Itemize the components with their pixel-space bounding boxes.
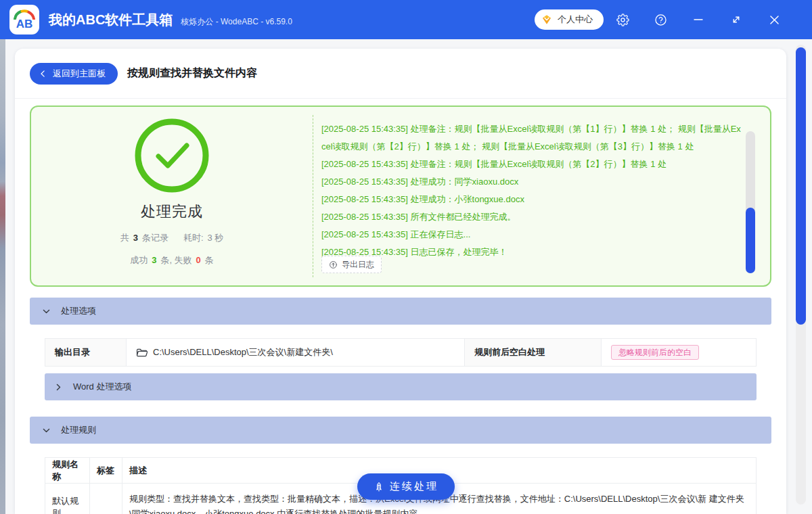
log-line: [2025-08-25 15:43:35] 所有文件都已经处理完成。 <box>321 208 741 226</box>
log-line: [2025-08-25 15:43:35] 正在保存日志... <box>321 226 741 243</box>
page-header: 返回到主面板 按规则查找并替换文件内容 <box>15 49 786 99</box>
options-row: 输出目录 C:\Users\DELL\Desktop\三次会议\新建文件夹\ 规… <box>45 338 757 367</box>
back-chevron-icon <box>39 70 47 78</box>
result-panel: 处理完成 共 3 条记录 耗时: 3 秒 成功 3 条, 失败 0 <box>30 106 771 287</box>
log-scrollbar[interactable] <box>746 131 755 273</box>
total-count: 3 <box>133 233 138 243</box>
logo-text: AB <box>16 18 33 30</box>
middle-text: 条, 失败 <box>160 254 191 266</box>
process-rules-title: 处理规则 <box>61 424 96 436</box>
minimize-icon <box>692 14 704 26</box>
total-prefix: 共 <box>120 232 129 244</box>
log-lines: [2025-08-25 15:43:35] 处理备注：规则【批量从Excel读取… <box>321 120 741 261</box>
total-suffix: 条记录 <box>142 232 168 244</box>
continue-process-label: 连续处理 <box>390 480 438 493</box>
personal-center-button[interactable]: 个人中心 <box>535 9 604 30</box>
export-icon <box>329 260 338 269</box>
rule-tag-cell <box>90 484 122 514</box>
status-title: 处理完成 <box>141 202 203 222</box>
close-icon <box>768 14 781 26</box>
help-icon <box>654 14 667 26</box>
result-summary: 处理完成 共 3 条记录 耗时: 3 秒 成功 3 条, 失败 0 <box>31 107 313 285</box>
back-to-dashboard-button[interactable]: 返回到主面板 <box>30 63 118 85</box>
rocket-icon <box>374 482 384 492</box>
export-log-label: 导出日志 <box>342 259 374 271</box>
app-window: AB 我的ABC软件工具箱 核烁办公 - WodeABC - v6.59.0 个… <box>0 0 812 514</box>
section-header-process-rules[interactable]: 处理规则 <box>30 417 771 444</box>
log-line: [2025-08-25 15:43:35] 日志已保存，处理完毕！ <box>321 243 741 261</box>
app-subtitle: 核烁办公 - WodeABC - v6.59.0 <box>181 16 292 28</box>
titlebar: AB 我的ABC软件工具箱 核烁办公 - WodeABC - v6.59.0 个… <box>0 0 812 39</box>
maximize-icon <box>730 14 742 26</box>
time-label: 耗时: <box>183 232 204 244</box>
logo-arc-icon <box>12 9 37 20</box>
section-header-word-options[interactable]: Word 处理选项 <box>45 373 757 400</box>
personal-center-label: 个人中心 <box>558 14 593 26</box>
app-logo: AB <box>9 5 39 34</box>
main-card: 返回到主面板 按规则查找并替换文件内容 处理完成 共 3 条记录 <box>15 49 786 514</box>
card-content: 处理完成 共 3 条记录 耗时: 3 秒 成功 3 条, 失败 0 <box>15 99 786 514</box>
process-options-title: 处理选项 <box>61 305 96 317</box>
success-fail-line: 成功 3 条, 失败 0 条 <box>130 254 214 266</box>
back-button-label: 返回到主面板 <box>53 68 106 80</box>
output-dir-label: 输出目录 <box>45 339 127 366</box>
check-circle-icon <box>133 116 211 195</box>
chevron-down-icon <box>42 307 51 316</box>
close-button[interactable] <box>755 14 793 26</box>
chevron-down-icon <box>42 426 51 435</box>
section-header-process-options[interactable]: 处理选项 <box>30 298 771 325</box>
whitespace-tag: 忽略规则前后的空白 <box>611 345 699 360</box>
chevron-right-icon <box>54 383 63 392</box>
rule-name-cell: 默认规则 <box>45 484 90 514</box>
main-scrollbar[interactable] <box>796 45 806 505</box>
gear-icon <box>616 14 629 26</box>
column-header-tag: 标签 <box>90 458 122 483</box>
folder-icon <box>136 348 148 358</box>
main-scrollbar-thumb[interactable] <box>796 47 806 325</box>
maximize-button[interactable] <box>717 14 755 26</box>
whitespace-value: 忽略规则前后的空白 <box>602 339 756 366</box>
page-title: 按规则查找并替换文件内容 <box>127 66 257 80</box>
fail-count: 0 <box>196 255 201 265</box>
fail-suffix: 条 <box>205 254 214 266</box>
gem-icon <box>541 14 553 26</box>
help-button[interactable] <box>641 14 679 26</box>
word-options-title: Word 处理选项 <box>73 381 131 393</box>
log-panel: [2025-08-25 15:43:35] 处理备注：规则【批量从Excel读取… <box>313 115 770 277</box>
titlebar-controls: 个人中心 <box>535 9 793 30</box>
output-dir-path: C:\Users\DELL\Desktop\三次会议\新建文件夹\ <box>153 346 333 358</box>
log-line: [2025-08-25 15:43:35] 处理备注：规则【批量从Excel读取… <box>321 120 741 156</box>
log-line: [2025-08-25 15:43:35] 处理备注：规则【批量从Excel读取… <box>321 156 741 173</box>
settings-button[interactable] <box>604 14 641 26</box>
success-label: 成功 <box>130 254 148 266</box>
time-value: 3 秒 <box>208 232 224 244</box>
app-title: 我的ABC软件工具箱 <box>49 11 173 29</box>
record-count-line: 共 3 条记录 耗时: 3 秒 <box>120 232 224 244</box>
log-line: [2025-08-25 15:43:35] 处理成功：小张tongxue.doc… <box>321 191 741 208</box>
desktop-wallpaper-sliver <box>0 39 5 514</box>
output-dir-value: C:\Users\DELL\Desktop\三次会议\新建文件夹\ <box>127 339 465 366</box>
log-line: [2025-08-25 15:43:35] 处理成功：同学xiaoxu.docx <box>321 173 741 191</box>
minimize-button[interactable] <box>679 14 717 26</box>
log-scrollbar-thumb[interactable] <box>746 208 755 273</box>
continue-process-button[interactable]: 连续处理 <box>357 473 455 500</box>
success-count: 3 <box>152 255 156 265</box>
whitespace-label: 规则前后空白处理 <box>465 339 602 366</box>
column-header-rule-name: 规则名称 <box>45 458 90 483</box>
export-log-button[interactable]: 导出日志 <box>321 256 382 273</box>
